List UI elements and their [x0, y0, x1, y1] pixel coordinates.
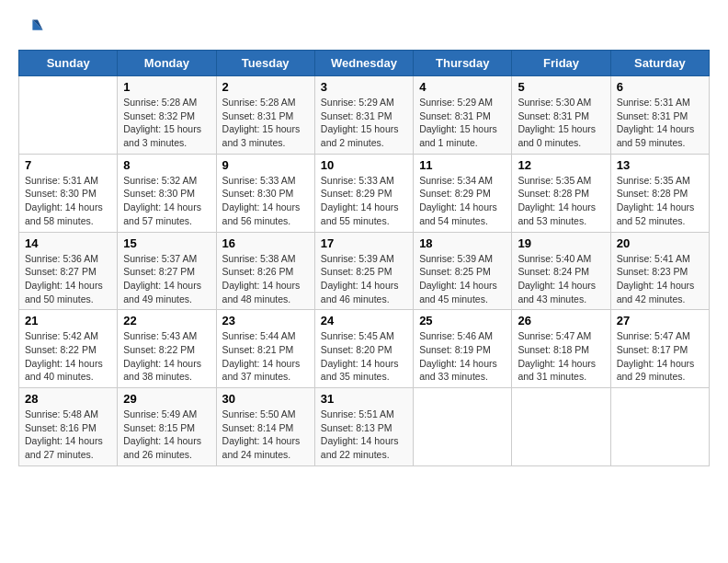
day-number: 22: [123, 314, 210, 327]
day-number: 25: [419, 314, 506, 327]
day-number: 3: [321, 80, 407, 94]
day-number: 4: [419, 80, 506, 94]
cell-info: Sunrise: 5:37 AMSunset: 8:27 PMDaylight:…: [123, 252, 210, 306]
calendar-cell: 9Sunrise: 5:33 AMSunset: 8:30 PMDaylight…: [216, 154, 314, 232]
calendar-cell: 13Sunrise: 5:35 AMSunset: 8:28 PMDayligh…: [610, 154, 709, 232]
calendar-cell: 15Sunrise: 5:37 AMSunset: 8:27 PMDayligh…: [118, 232, 216, 310]
cell-info: Sunrise: 5:39 AMSunset: 8:25 PMDaylight:…: [321, 252, 407, 306]
day-number: 9: [222, 158, 309, 172]
day-number: 29: [123, 392, 210, 406]
page-header: [18, 15, 710, 40]
cell-info: Sunrise: 5:32 AMSunset: 8:30 PMDaylight:…: [123, 174, 210, 228]
cell-info: Sunrise: 5:38 AMSunset: 8:26 PMDaylight:…: [222, 252, 309, 306]
cell-info: Sunrise: 5:35 AMSunset: 8:28 PMDaylight:…: [617, 174, 703, 228]
cell-info: Sunrise: 5:48 AMSunset: 8:16 PMDaylight:…: [25, 408, 111, 462]
header-monday: Monday: [118, 51, 216, 76]
cell-info: Sunrise: 5:46 AMSunset: 8:19 PMDaylight:…: [419, 329, 506, 384]
calendar-cell: 23Sunrise: 5:44 AMSunset: 8:21 PMDayligh…: [216, 310, 314, 388]
calendar-cell: 7Sunrise: 5:31 AMSunset: 8:30 PMDaylight…: [19, 154, 118, 232]
calendar-cell: 14Sunrise: 5:36 AMSunset: 8:27 PMDayligh…: [19, 232, 118, 310]
header-friday: Friday: [512, 51, 610, 76]
day-number: 31: [321, 392, 407, 406]
calendar-week-1: 1Sunrise: 5:28 AMSunset: 8:32 PMDaylight…: [19, 76, 710, 155]
calendar-week-5: 28Sunrise: 5:48 AMSunset: 8:16 PMDayligh…: [19, 388, 710, 466]
cell-info: Sunrise: 5:47 AMSunset: 8:17 PMDaylight:…: [617, 329, 703, 384]
cell-info: Sunrise: 5:49 AMSunset: 8:15 PMDaylight:…: [123, 408, 210, 462]
day-number: 14: [25, 236, 111, 250]
day-number: 8: [123, 158, 210, 172]
calendar-cell: 5Sunrise: 5:30 AMSunset: 8:31 PMDaylight…: [512, 76, 610, 155]
day-number: 28: [25, 392, 111, 406]
calendar-cell: [19, 76, 118, 155]
calendar-week-2: 7Sunrise: 5:31 AMSunset: 8:30 PMDaylight…: [19, 154, 710, 232]
calendar-cell: [610, 388, 709, 466]
day-number: 5: [518, 80, 604, 94]
day-number: 18: [419, 236, 506, 250]
calendar-cell: 11Sunrise: 5:34 AMSunset: 8:29 PMDayligh…: [414, 154, 512, 232]
calendar-cell: 26Sunrise: 5:47 AMSunset: 8:18 PMDayligh…: [512, 310, 610, 388]
header-sunday: Sunday: [19, 51, 118, 76]
calendar-cell: 6Sunrise: 5:31 AMSunset: 8:31 PMDaylight…: [610, 76, 709, 155]
cell-info: Sunrise: 5:30 AMSunset: 8:31 PMDaylight:…: [518, 96, 604, 150]
day-number: 16: [222, 236, 309, 250]
day-number: 17: [321, 236, 407, 250]
calendar-cell: [414, 388, 512, 466]
cell-info: Sunrise: 5:44 AMSunset: 8:21 PMDaylight:…: [222, 329, 309, 384]
calendar-cell: 19Sunrise: 5:40 AMSunset: 8:24 PMDayligh…: [512, 232, 610, 310]
day-number: 12: [518, 158, 604, 172]
day-number: 20: [617, 236, 703, 250]
day-number: 15: [123, 236, 210, 250]
day-number: 10: [321, 158, 407, 172]
day-number: 24: [321, 314, 407, 327]
day-number: 6: [617, 80, 703, 94]
cell-info: Sunrise: 5:45 AMSunset: 8:20 PMDaylight:…: [321, 329, 407, 384]
header-row: SundayMondayTuesdayWednesdayThursdayFrid…: [19, 51, 710, 76]
cell-info: Sunrise: 5:42 AMSunset: 8:22 PMDaylight:…: [25, 329, 111, 384]
day-number: 13: [617, 158, 703, 172]
day-number: 19: [518, 236, 604, 250]
calendar-cell: 24Sunrise: 5:45 AMSunset: 8:20 PMDayligh…: [314, 310, 413, 388]
calendar-cell: 28Sunrise: 5:48 AMSunset: 8:16 PMDayligh…: [19, 388, 118, 466]
calendar-cell: 20Sunrise: 5:41 AMSunset: 8:23 PMDayligh…: [610, 232, 709, 310]
calendar-cell: 21Sunrise: 5:42 AMSunset: 8:22 PMDayligh…: [19, 310, 118, 388]
cell-info: Sunrise: 5:39 AMSunset: 8:25 PMDaylight:…: [419, 252, 506, 306]
calendar-cell: 10Sunrise: 5:33 AMSunset: 8:29 PMDayligh…: [314, 154, 413, 232]
cell-info: Sunrise: 5:35 AMSunset: 8:28 PMDaylight:…: [518, 174, 604, 228]
day-number: 23: [222, 314, 309, 327]
cell-info: Sunrise: 5:28 AMSunset: 8:32 PMDaylight:…: [123, 96, 210, 150]
calendar-body: 1Sunrise: 5:28 AMSunset: 8:32 PMDaylight…: [19, 76, 710, 466]
header-tuesday: Tuesday: [216, 51, 314, 76]
cell-info: Sunrise: 5:36 AMSunset: 8:27 PMDaylight:…: [25, 252, 111, 306]
calendar-cell: 4Sunrise: 5:29 AMSunset: 8:31 PMDaylight…: [414, 76, 512, 155]
cell-info: Sunrise: 5:47 AMSunset: 8:18 PMDaylight:…: [518, 329, 604, 384]
calendar-cell: 16Sunrise: 5:38 AMSunset: 8:26 PMDayligh…: [216, 232, 314, 310]
day-number: 30: [222, 392, 309, 406]
day-number: 26: [518, 314, 604, 327]
calendar-cell: 22Sunrise: 5:43 AMSunset: 8:22 PMDayligh…: [118, 310, 216, 388]
logo: [18, 15, 48, 40]
day-number: 1: [123, 80, 210, 94]
calendar-cell: 8Sunrise: 5:32 AMSunset: 8:30 PMDaylight…: [118, 154, 216, 232]
calendar-cell: 12Sunrise: 5:35 AMSunset: 8:28 PMDayligh…: [512, 154, 610, 232]
cell-info: Sunrise: 5:31 AMSunset: 8:31 PMDaylight:…: [617, 96, 703, 150]
calendar-cell: [512, 388, 610, 466]
cell-info: Sunrise: 5:29 AMSunset: 8:31 PMDaylight:…: [321, 96, 407, 150]
cell-info: Sunrise: 5:28 AMSunset: 8:31 PMDaylight:…: [222, 96, 309, 150]
calendar-cell: 27Sunrise: 5:47 AMSunset: 8:17 PMDayligh…: [610, 310, 709, 388]
cell-info: Sunrise: 5:33 AMSunset: 8:29 PMDaylight:…: [321, 174, 407, 228]
header-wednesday: Wednesday: [314, 51, 413, 76]
day-number: 21: [25, 314, 111, 327]
cell-info: Sunrise: 5:34 AMSunset: 8:29 PMDaylight:…: [419, 174, 506, 228]
day-number: 27: [617, 314, 703, 327]
day-number: 7: [25, 158, 111, 172]
calendar-week-4: 21Sunrise: 5:42 AMSunset: 8:22 PMDayligh…: [19, 310, 710, 388]
calendar-header: SundayMondayTuesdayWednesdayThursdayFrid…: [19, 51, 710, 76]
calendar-cell: 31Sunrise: 5:51 AMSunset: 8:13 PMDayligh…: [314, 388, 413, 466]
cell-info: Sunrise: 5:31 AMSunset: 8:30 PMDaylight:…: [25, 174, 111, 228]
cell-info: Sunrise: 5:43 AMSunset: 8:22 PMDaylight:…: [123, 329, 210, 384]
day-number: 2: [222, 80, 309, 94]
header-saturday: Saturday: [610, 51, 709, 76]
logo-icon: [18, 15, 44, 40]
calendar-week-3: 14Sunrise: 5:36 AMSunset: 8:27 PMDayligh…: [19, 232, 710, 310]
calendar-cell: 30Sunrise: 5:50 AMSunset: 8:14 PMDayligh…: [216, 388, 314, 466]
